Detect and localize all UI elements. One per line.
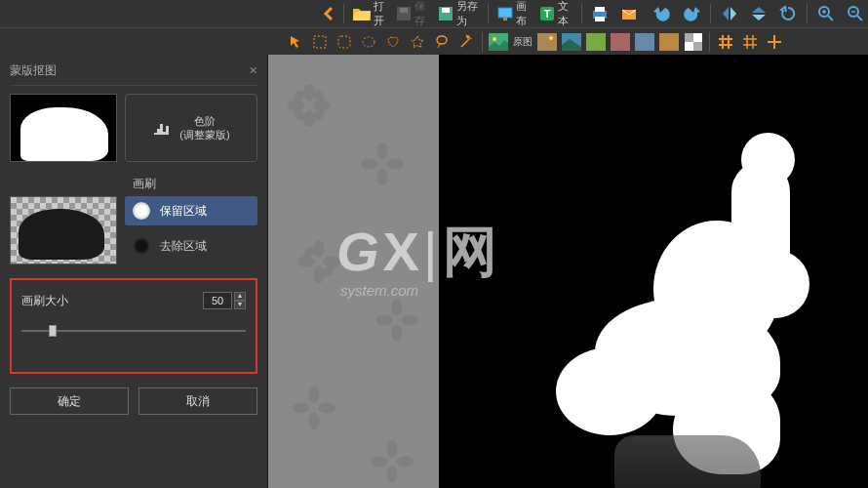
star-select-icon[interactable] — [407, 31, 428, 53]
zoom-out-button[interactable] — [843, 2, 868, 25]
svg-rect-3 — [442, 8, 450, 13]
svg-point-54 — [293, 403, 310, 414]
svg-point-31 — [304, 109, 315, 127]
undo-button[interactable] — [650, 2, 675, 25]
text-button[interactable]: T 文本 — [536, 2, 574, 25]
filter-1-icon[interactable] — [488, 31, 509, 53]
brush-size-panel: 画刷大小 ▲ ▼ — [10, 278, 257, 374]
canvas-button[interactable]: 画布 — [494, 2, 533, 25]
ok-button[interactable]: 确定 — [10, 387, 129, 415]
filter-4-icon[interactable] — [561, 31, 582, 53]
svg-rect-23 — [586, 33, 606, 51]
svg-rect-14 — [314, 36, 326, 48]
svg-rect-4 — [498, 8, 512, 18]
levels-label: 色阶 (调整蒙版) — [179, 114, 229, 142]
svg-rect-20 — [537, 33, 557, 51]
mask-thumbnail[interactable] — [10, 94, 117, 162]
filter-5-icon[interactable] — [585, 31, 607, 53]
heart-select-icon[interactable] — [382, 31, 404, 53]
svg-point-56 — [387, 440, 398, 458]
rounded-select-icon[interactable] — [334, 31, 355, 53]
svg-point-33 — [313, 101, 331, 111]
pointer-tool-icon[interactable] — [285, 31, 306, 53]
open-button[interactable]: 打开 — [350, 2, 388, 25]
save-as-label: 另存为 — [456, 0, 480, 28]
filter-6-icon[interactable] — [610, 31, 631, 53]
brush-keep-option[interactable]: 保留区域 — [125, 196, 257, 225]
svg-point-39 — [377, 168, 388, 185]
svg-point-52 — [309, 386, 320, 404]
svg-point-43 — [314, 265, 325, 283]
filter-3-icon[interactable] — [536, 31, 558, 53]
brush-size-stepper[interactable]: ▲ ▼ — [234, 292, 246, 309]
lasso-icon[interactable] — [431, 31, 453, 53]
brush-remove-option[interactable]: 去除区域 — [125, 231, 257, 261]
canvas-label: 画布 — [516, 0, 531, 28]
original-label: 原图 — [512, 31, 533, 53]
svg-rect-25 — [635, 33, 654, 51]
svg-rect-26 — [659, 33, 679, 51]
brush-size-slider[interactable] — [21, 323, 246, 339]
grid-3-icon[interactable] — [764, 31, 785, 53]
zoom-in-button[interactable] — [813, 2, 839, 25]
svg-rect-29 — [693, 42, 702, 51]
brush-section-label: 画刷 — [133, 176, 257, 192]
filter-8-icon[interactable] — [658, 31, 680, 53]
text-label: 文本 — [558, 0, 572, 28]
svg-point-57 — [387, 466, 398, 483]
svg-rect-10 — [595, 17, 605, 21]
svg-rect-28 — [685, 33, 693, 42]
grid-2-icon[interactable] — [739, 31, 761, 53]
svg-point-51 — [401, 315, 418, 326]
svg-point-40 — [361, 159, 378, 170]
rotate-button[interactable] — [775, 2, 801, 25]
svg-point-32 — [288, 101, 305, 111]
brush-remove-label: 去除区域 — [160, 238, 207, 255]
svg-point-44 — [297, 257, 315, 267]
svg-point-17 — [437, 36, 447, 44]
white-brush-icon — [133, 202, 150, 220]
slider-thumb[interactable] — [49, 325, 57, 337]
flip-h-button[interactable] — [717, 2, 742, 25]
svg-point-50 — [375, 315, 393, 326]
canvas-area[interactable]: G X | 网 system.com — [268, 55, 868, 488]
brush-size-input[interactable] — [203, 292, 232, 309]
svg-rect-15 — [338, 36, 350, 48]
levels-button[interactable]: 色阶 (调整蒙版) — [125, 94, 257, 162]
black-brush-icon — [133, 237, 150, 255]
ellipse-select-icon[interactable] — [358, 31, 379, 53]
filter-7-icon[interactable] — [634, 31, 655, 53]
flip-v-button[interactable] — [746, 2, 771, 25]
svg-point-49 — [392, 324, 403, 342]
wand-icon[interactable] — [455, 31, 477, 53]
svg-point-58 — [371, 457, 388, 468]
print-button[interactable] — [587, 2, 612, 25]
back-icon[interactable] — [320, 2, 337, 25]
svg-point-19 — [493, 37, 496, 41]
cancel-button[interactable]: 取消 — [138, 387, 257, 415]
close-icon[interactable]: ✕ — [249, 64, 257, 77]
stepper-up-icon[interactable]: ▲ — [234, 292, 246, 301]
svg-point-59 — [396, 457, 414, 468]
svg-point-42 — [314, 240, 325, 258]
redo-button[interactable] — [679, 2, 704, 25]
brush-size-label: 画刷大小 — [21, 293, 68, 309]
preview-thumbnail[interactable] — [10, 196, 117, 264]
panel-title: 蒙版抠图 — [10, 62, 57, 79]
stepper-down-icon[interactable]: ▼ — [234, 301, 246, 309]
mask-canvas[interactable] — [439, 55, 868, 488]
save-as-button[interactable]: 另存为 — [435, 2, 482, 25]
save-button: 保存 — [393, 2, 431, 25]
svg-point-45 — [323, 257, 340, 267]
svg-rect-1 — [400, 8, 408, 13]
svg-point-55 — [318, 403, 335, 414]
checker-icon[interactable] — [683, 31, 704, 53]
svg-point-48 — [392, 299, 403, 316]
save-label: 保存 — [414, 0, 429, 28]
svg-text:T: T — [544, 8, 551, 20]
grid-1-icon[interactable] — [715, 31, 736, 53]
svg-rect-5 — [503, 18, 507, 20]
share-button[interactable] — [616, 2, 642, 25]
rect-select-icon[interactable] — [309, 31, 331, 53]
brush-keep-label: 保留区域 — [160, 203, 207, 220]
